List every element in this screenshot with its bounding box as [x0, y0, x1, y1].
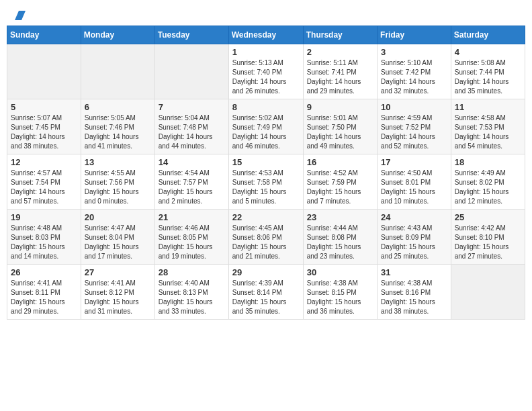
day-info: Sunrise: 4:39 AM Sunset: 8:14 PM Dayligh…	[232, 279, 300, 316]
calendar-cell: 4Sunrise: 5:08 AM Sunset: 7:44 PM Daylig…	[451, 44, 525, 99]
day-info: Sunrise: 4:41 AM Sunset: 8:11 PM Dayligh…	[11, 279, 77, 316]
day-info: Sunrise: 5:10 AM Sunset: 7:42 PM Dayligh…	[381, 58, 447, 96]
calendar-week-row: 19Sunrise: 4:48 AM Sunset: 8:03 PM Dayli…	[7, 210, 525, 265]
calendar-cell: 25Sunrise: 4:42 AM Sunset: 8:10 PM Dayli…	[451, 210, 525, 265]
day-number: 24	[381, 212, 447, 222]
day-number: 23	[307, 212, 373, 222]
day-info: Sunrise: 4:40 AM Sunset: 8:13 PM Dayligh…	[159, 279, 225, 316]
day-number: 28	[159, 267, 225, 277]
calendar-week-row: 5Sunrise: 5:07 AM Sunset: 7:45 PM Daylig…	[7, 99, 525, 154]
day-number: 16	[307, 157, 373, 167]
day-info: Sunrise: 4:59 AM Sunset: 7:52 PM Dayligh…	[381, 113, 447, 151]
calendar-cell: 2Sunrise: 5:11 AM Sunset: 7:41 PM Daylig…	[303, 44, 377, 99]
day-info: Sunrise: 4:46 AM Sunset: 8:05 PM Dayligh…	[159, 224, 225, 261]
calendar-cell: 26Sunrise: 4:41 AM Sunset: 8:11 PM Dayli…	[7, 265, 81, 320]
day-info: Sunrise: 4:50 AM Sunset: 8:01 PM Dayligh…	[381, 169, 447, 206]
calendar-cell: 30Sunrise: 4:38 AM Sunset: 8:15 PM Dayli…	[303, 265, 377, 320]
day-number: 3	[381, 47, 447, 57]
day-info: Sunrise: 4:48 AM Sunset: 8:03 PM Dayligh…	[11, 224, 77, 261]
calendar-cell: 21Sunrise: 4:46 AM Sunset: 8:05 PM Dayli…	[154, 210, 228, 265]
calendar-cell: 22Sunrise: 4:45 AM Sunset: 8:06 PM Dayli…	[228, 210, 303, 265]
calendar-week-row: 26Sunrise: 4:41 AM Sunset: 8:11 PM Dayli…	[7, 265, 525, 320]
day-number: 19	[11, 212, 77, 222]
day-number: 11	[455, 102, 521, 112]
calendar-cell	[451, 265, 525, 320]
day-info: Sunrise: 5:07 AM Sunset: 7:45 PM Dayligh…	[11, 113, 77, 151]
day-number: 13	[85, 157, 151, 167]
day-info: Sunrise: 4:55 AM Sunset: 7:56 PM Dayligh…	[85, 169, 151, 206]
day-number: 25	[455, 212, 521, 222]
day-info: Sunrise: 4:52 AM Sunset: 7:59 PM Dayligh…	[307, 169, 373, 206]
day-number: 10	[381, 102, 447, 112]
day-number: 2	[307, 47, 373, 57]
day-info: Sunrise: 4:44 AM Sunset: 8:08 PM Dayligh…	[307, 224, 373, 261]
calendar-cell: 12Sunrise: 4:57 AM Sunset: 7:54 PM Dayli…	[7, 154, 81, 210]
calendar-cell: 16Sunrise: 4:52 AM Sunset: 7:59 PM Dayli…	[303, 154, 377, 210]
calendar-cell: 31Sunrise: 4:38 AM Sunset: 8:16 PM Dayli…	[378, 265, 451, 320]
calendar-cell: 20Sunrise: 4:47 AM Sunset: 8:04 PM Dayli…	[81, 210, 154, 265]
calendar-table: SundayMondayTuesdayWednesdayThursdayFrid…	[7, 26, 525, 320]
calendar-cell: 19Sunrise: 4:48 AM Sunset: 8:03 PM Dayli…	[7, 210, 81, 265]
calendar-cell	[154, 44, 228, 99]
day-number: 5	[11, 102, 77, 112]
column-header-tuesday: Tuesday	[154, 26, 228, 44]
calendar-cell: 7Sunrise: 5:04 AM Sunset: 7:48 PM Daylig…	[154, 99, 228, 154]
column-header-monday: Monday	[81, 26, 154, 44]
calendar-cell: 1Sunrise: 5:13 AM Sunset: 7:40 PM Daylig…	[228, 44, 303, 99]
calendar-cell: 29Sunrise: 4:39 AM Sunset: 8:14 PM Dayli…	[228, 265, 303, 320]
calendar-cell: 24Sunrise: 4:43 AM Sunset: 8:09 PM Dayli…	[378, 210, 451, 265]
day-number: 8	[232, 102, 300, 112]
day-number: 7	[159, 102, 225, 112]
calendar-header-row: SundayMondayTuesdayWednesdayThursdayFrid…	[7, 26, 525, 44]
day-info: Sunrise: 5:01 AM Sunset: 7:50 PM Dayligh…	[307, 113, 373, 151]
calendar-cell: 18Sunrise: 4:49 AM Sunset: 8:02 PM Dayli…	[451, 154, 525, 210]
day-number: 14	[159, 157, 225, 167]
calendar-cell: 23Sunrise: 4:44 AM Sunset: 8:08 PM Dayli…	[303, 210, 377, 265]
day-info: Sunrise: 5:11 AM Sunset: 7:41 PM Dayligh…	[307, 58, 373, 96]
calendar-cell: 6Sunrise: 5:05 AM Sunset: 7:46 PM Daylig…	[81, 99, 154, 154]
day-number: 26	[11, 267, 77, 277]
day-info: Sunrise: 5:04 AM Sunset: 7:48 PM Dayligh…	[159, 113, 225, 151]
day-number: 20	[85, 212, 151, 222]
calendar-cell: 10Sunrise: 4:59 AM Sunset: 7:52 PM Dayli…	[378, 99, 451, 154]
day-info: Sunrise: 4:38 AM Sunset: 8:15 PM Dayligh…	[307, 279, 373, 316]
page-header	[7, 7, 525, 20]
svg-marker-0	[15, 11, 26, 20]
day-number: 12	[11, 157, 77, 167]
logo	[9, 7, 26, 20]
calendar-week-row: 12Sunrise: 4:57 AM Sunset: 7:54 PM Dayli…	[7, 154, 525, 210]
day-info: Sunrise: 4:49 AM Sunset: 8:02 PM Dayligh…	[455, 169, 521, 206]
day-number: 15	[232, 157, 300, 167]
day-info: Sunrise: 4:53 AM Sunset: 7:58 PM Dayligh…	[232, 169, 300, 206]
day-info: Sunrise: 5:02 AM Sunset: 7:49 PM Dayligh…	[232, 113, 300, 151]
day-number: 6	[85, 102, 151, 112]
day-info: Sunrise: 5:08 AM Sunset: 7:44 PM Dayligh…	[455, 58, 521, 96]
calendar-cell: 27Sunrise: 4:41 AM Sunset: 8:12 PM Dayli…	[81, 265, 154, 320]
day-number: 30	[307, 267, 373, 277]
day-info: Sunrise: 4:54 AM Sunset: 7:57 PM Dayligh…	[159, 169, 225, 206]
calendar-cell: 11Sunrise: 4:58 AM Sunset: 7:53 PM Dayli…	[451, 99, 525, 154]
day-info: Sunrise: 5:13 AM Sunset: 7:40 PM Dayligh…	[232, 58, 300, 96]
day-number: 27	[85, 267, 151, 277]
day-number: 31	[381, 267, 447, 277]
calendar-cell: 28Sunrise: 4:40 AM Sunset: 8:13 PM Dayli…	[154, 265, 228, 320]
day-number: 4	[455, 47, 521, 57]
calendar-week-row: 1Sunrise: 5:13 AM Sunset: 7:40 PM Daylig…	[7, 44, 525, 99]
day-info: Sunrise: 4:45 AM Sunset: 8:06 PM Dayligh…	[232, 224, 300, 261]
calendar-cell: 8Sunrise: 5:02 AM Sunset: 7:49 PM Daylig…	[228, 99, 303, 154]
day-info: Sunrise: 4:41 AM Sunset: 8:12 PM Dayligh…	[85, 279, 151, 316]
calendar-cell: 5Sunrise: 5:07 AM Sunset: 7:45 PM Daylig…	[7, 99, 81, 154]
day-info: Sunrise: 4:57 AM Sunset: 7:54 PM Dayligh…	[11, 169, 77, 206]
column-header-saturday: Saturday	[451, 26, 525, 44]
calendar-cell: 3Sunrise: 5:10 AM Sunset: 7:42 PM Daylig…	[378, 44, 451, 99]
day-number: 17	[381, 157, 447, 167]
column-header-friday: Friday	[378, 26, 451, 44]
column-header-wednesday: Wednesday	[228, 26, 303, 44]
column-header-sunday: Sunday	[7, 26, 81, 44]
day-info: Sunrise: 5:05 AM Sunset: 7:46 PM Dayligh…	[85, 113, 151, 151]
logo-icon	[11, 8, 26, 20]
day-number: 18	[455, 157, 521, 167]
day-info: Sunrise: 4:43 AM Sunset: 8:09 PM Dayligh…	[381, 224, 447, 261]
day-info: Sunrise: 4:58 AM Sunset: 7:53 PM Dayligh…	[455, 113, 521, 151]
day-number: 1	[232, 47, 300, 57]
